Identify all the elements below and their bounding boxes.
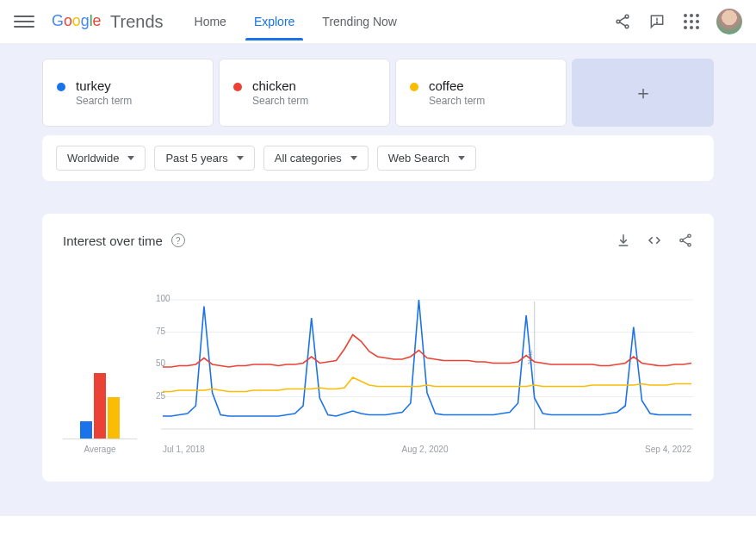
nav-home[interactable]: Home [191,3,230,40]
term-color-dot [57,83,65,91]
svg-text:Google: Google [52,12,102,29]
average-bars [63,370,137,439]
app-header: Google Trends Home Explore Trending Now [0,0,756,43]
help-icon[interactable]: ? [171,233,185,247]
term-label: coffee [429,78,485,93]
x-tick: Aug 2, 2020 [402,445,449,454]
share-chart-icon[interactable] [678,233,693,248]
chart-title: Interest over time [63,233,163,248]
filters-bar: Worldwide Past 5 years All categories We… [42,135,714,181]
feedback-icon[interactable] [648,12,666,31]
page-body: turkey Search term chicken Search term c… [0,43,756,516]
header-actions [613,9,742,34]
chart-body: Average 100755025 Note Jul 1, 2018 Aug 2… [63,298,693,454]
product-name: Trends [110,12,164,32]
google-trends-logo[interactable]: Google Trends [52,12,164,32]
term-label: turkey [76,78,132,93]
share-icon[interactable] [613,12,632,31]
nav-trending-now[interactable]: Trending Now [319,3,400,40]
term-card-2[interactable]: chicken Search term [219,59,390,127]
filter-label: Past 5 years [165,152,227,165]
chart-header: Interest over time ? [63,233,693,248]
compare-terms-row: turkey Search term chicken Search term c… [42,59,714,135]
svg-point-10 [688,244,691,246]
embed-icon[interactable] [647,233,662,248]
add-comparison-button[interactable]: ＋ [572,59,714,127]
term-subtype: Search term [429,95,485,107]
chevron-down-icon [458,156,465,160]
plus-icon: ＋ [634,80,653,106]
account-avatar[interactable] [716,9,742,34]
average-label: Average [63,445,137,454]
x-axis: Jul 1, 2018 Aug 2, 2020 Sep 4, 2022 [161,445,693,454]
svg-line-5 [620,22,626,26]
chevron-down-icon [350,156,357,160]
filter-region[interactable]: Worldwide [56,146,146,171]
svg-point-9 [680,239,683,241]
main-nav: Home Explore Trending Now [191,3,400,40]
nav-explore[interactable]: Explore [251,3,298,40]
chevron-down-icon [127,156,134,160]
term-card-1[interactable]: turkey Search term [42,59,214,127]
svg-point-1 [625,15,629,18]
svg-line-4 [620,17,626,21]
download-icon[interactable] [616,233,631,248]
term-color-dot [233,83,242,91]
term-card-3[interactable]: coffee Search term [395,59,567,127]
filter-label: Web Search [388,152,449,165]
filter-label: Worldwide [67,152,119,165]
apps-grid-icon[interactable] [682,12,701,31]
term-subtype: Search term [76,95,132,107]
term-label: chicken [252,78,308,93]
x-tick: Jul 1, 2018 [163,445,205,454]
interest-chart-card: Interest over time ? Ave [42,214,714,482]
term-color-dot [410,83,418,91]
svg-line-11 [683,237,688,240]
hamburger-menu-icon[interactable] [14,11,34,32]
y-axis: 100755025 [156,298,178,437]
filter-timerange[interactable]: Past 5 years [154,146,254,171]
x-tick: Sep 4, 2022 [645,445,691,454]
chart-svg: Note [161,298,693,436]
filter-category[interactable]: All categories [263,146,369,171]
svg-point-3 [625,25,629,28]
line-chart: 100755025 Note Jul 1, 2018 Aug 2, 2020 S… [161,298,693,454]
svg-line-12 [683,241,688,245]
term-subtype: Search term [252,95,308,107]
filter-label: All categories [275,152,342,165]
chevron-down-icon [237,156,244,160]
averages-column: Average [63,370,137,454]
svg-point-2 [617,20,620,23]
chart-actions [616,233,693,248]
svg-point-7 [657,22,658,23]
filter-search-type[interactable]: Web Search [377,146,476,171]
svg-point-8 [688,234,691,237]
